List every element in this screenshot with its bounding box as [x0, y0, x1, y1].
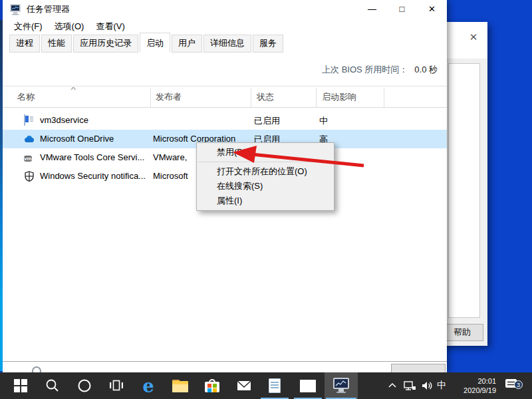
maximize-button[interactable]: □ [387, 0, 417, 19]
row-publisher: VMware, [153, 152, 187, 162]
column-divider[interactable] [251, 88, 251, 107]
row-name: vm3dservice [40, 115, 88, 125]
close-button[interactable]: ✕ [417, 0, 447, 19]
menu-item-properties[interactable]: 属性(I) [197, 194, 334, 208]
column-header-status[interactable]: 状态 [257, 91, 274, 103]
column-header-impact[interactable]: 启动影响 [322, 91, 356, 103]
tab-app-history[interactable]: 应用历史记录 [73, 35, 138, 53]
tab-startup[interactable]: 启动 [140, 33, 170, 53]
menu-options[interactable]: 选项(O) [49, 19, 90, 34]
network-tray-button[interactable] [400, 372, 419, 399]
statusbar-divider [3, 361, 447, 362]
statusbar-button[interactable] [391, 364, 446, 372]
mail-button[interactable] [229, 372, 259, 399]
row-impact: 中 [319, 115, 328, 127]
window-title: 任务管理器 [27, 3, 70, 15]
bios-label: 上次 BIOS 所用时间： [322, 65, 408, 74]
start-button[interactable] [5, 372, 36, 399]
notepad-app-button[interactable] [259, 372, 290, 399]
windows-logo-icon [13, 378, 28, 393]
task-manager-icon [332, 378, 350, 394]
table-row[interactable]: vm3dservice 已启用 中 [3, 111, 447, 130]
mail-envelope-icon [236, 378, 252, 394]
column-header-name[interactable]: 名称 [17, 91, 35, 103]
row-name: Windows Security notifica... [40, 171, 146, 181]
store-bag-icon [205, 379, 219, 392]
folder-icon [172, 380, 188, 392]
menu-view[interactable]: 查看(V) [90, 19, 130, 34]
network-icon [403, 379, 416, 392]
clock[interactable]: 20:01 2020/9/19 [452, 372, 496, 399]
menu-item-disable[interactable]: 禁用(D) [197, 145, 334, 160]
menu-item-search-online[interactable]: 在线搜索(S) [197, 179, 334, 194]
row-name: Microsoft OneDrive [40, 134, 114, 144]
menu-bar: 文件(F) 选项(O) 查看(V) [3, 19, 447, 35]
dialog-close-icon[interactable]: ✕ [465, 29, 482, 46]
tray-expand-button[interactable] [384, 372, 400, 399]
task-view-icon [108, 378, 124, 394]
speaker-icon [420, 379, 434, 392]
menu-item-open-file-location[interactable]: 打开文件所在的位置(O) [197, 164, 334, 179]
vmware-vm-icon: vm [24, 152, 35, 163]
minimize-button[interactable]: — [357, 0, 387, 19]
task-manager-app-icon [9, 4, 21, 15]
tab-processes[interactable]: 进程 [9, 35, 40, 53]
notification-icon: 3 [505, 378, 518, 393]
column-divider[interactable] [150, 88, 151, 107]
file-explorer-button[interactable] [165, 372, 196, 399]
taskbar: e [0, 372, 532, 399]
menu-file[interactable]: 文件(F) [8, 19, 49, 34]
edge-button[interactable]: e [133, 372, 164, 399]
tab-services[interactable]: 服务 [253, 35, 283, 53]
table-header: ^ 名称 发布者 状态 启动影响 [3, 86, 447, 108]
notepad-icon [269, 378, 281, 393]
vm3dservice-icon [24, 115, 35, 126]
bios-value: 0.0 秒 [414, 65, 438, 74]
window-app-icon [300, 380, 316, 392]
column-divider[interactable] [384, 88, 384, 107]
row-name: VMware Tools Core Servi... [40, 152, 144, 162]
action-center-button[interactable]: 3 [501, 372, 521, 399]
notification-badge: 3 [514, 380, 523, 389]
search-icon [45, 378, 61, 394]
tab-strip: 进程 性能 应用历史记录 启动 用户 详细信息 服务 [9, 35, 285, 53]
tab-details[interactable]: 详细信息 [203, 35, 251, 53]
chevron-up-icon [387, 380, 398, 391]
menu-separator [198, 162, 333, 162]
last-bios-time: 上次 BIOS 所用时间：0.0 秒 [322, 64, 438, 76]
row-publisher: Microsoft [153, 171, 188, 181]
onedrive-cloud-icon [24, 134, 35, 144]
background-window-edge [0, 20, 3, 371]
background-dialog-panel [448, 63, 480, 318]
edge-icon: e [142, 377, 154, 395]
security-shield-icon [24, 171, 35, 182]
context-menu: 禁用(D) 打开文件所在的位置(O) 在线搜索(S) 属性(I) [196, 142, 334, 211]
window-app-button[interactable] [293, 372, 323, 399]
help-button[interactable]: 帮助 [441, 324, 483, 341]
title-bar[interactable]: 任务管理器 — □ ✕ [3, 0, 447, 19]
sort-ascending-icon: ^ [71, 86, 76, 94]
clock-time: 20:01 [477, 376, 496, 386]
tab-performance[interactable]: 性能 [41, 35, 72, 53]
clock-date: 2020/9/19 [464, 386, 496, 395]
cortana-button[interactable] [69, 372, 100, 399]
task-view-button[interactable] [101, 372, 132, 399]
fewer-details-icon[interactable] [32, 366, 41, 372]
cortana-circle-icon [76, 378, 92, 394]
tab-users[interactable]: 用户 [172, 35, 202, 53]
task-manager-taskbar-button[interactable] [325, 372, 358, 399]
column-divider[interactable] [316, 88, 317, 107]
column-header-publisher[interactable]: 发布者 [156, 91, 182, 103]
ime-indicator[interactable]: 中 [434, 372, 450, 399]
row-status: 已启用 [254, 115, 280, 127]
store-button[interactable] [197, 372, 227, 399]
search-button[interactable] [37, 372, 68, 399]
